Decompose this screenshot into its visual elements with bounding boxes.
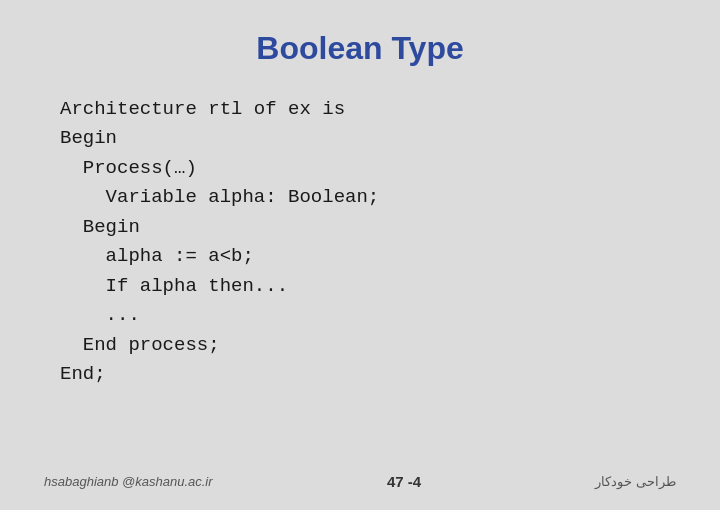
footer-email: hsabaghianb @kashanu.ac.ir <box>44 474 213 489</box>
code-block: Architecture rtl of ex is Begin Process(… <box>40 95 680 463</box>
code-line-5: Begin <box>60 213 680 242</box>
footer-page-number: 47 -4 <box>387 473 421 490</box>
code-line-3: Process(…) <box>60 154 680 183</box>
slide-title: Boolean Type <box>256 30 463 67</box>
code-line-10: End; <box>60 360 680 389</box>
code-line-2: Begin <box>60 124 680 153</box>
code-line-1: Architecture rtl of ex is <box>60 95 680 124</box>
code-line-6: alpha := a<b; <box>60 242 680 271</box>
code-line-8: ... <box>60 301 680 330</box>
code-line-4: Variable alpha: Boolean; <box>60 183 680 212</box>
footer: hsabaghianb @kashanu.ac.ir 47 -4 طراحی خ… <box>40 473 680 490</box>
code-line-7: If alpha then... <box>60 272 680 301</box>
footer-right-text: طراحی خودکار <box>595 474 676 489</box>
code-line-9: End process; <box>60 331 680 360</box>
main-page: Boolean Type Architecture rtl of ex is B… <box>0 0 720 510</box>
